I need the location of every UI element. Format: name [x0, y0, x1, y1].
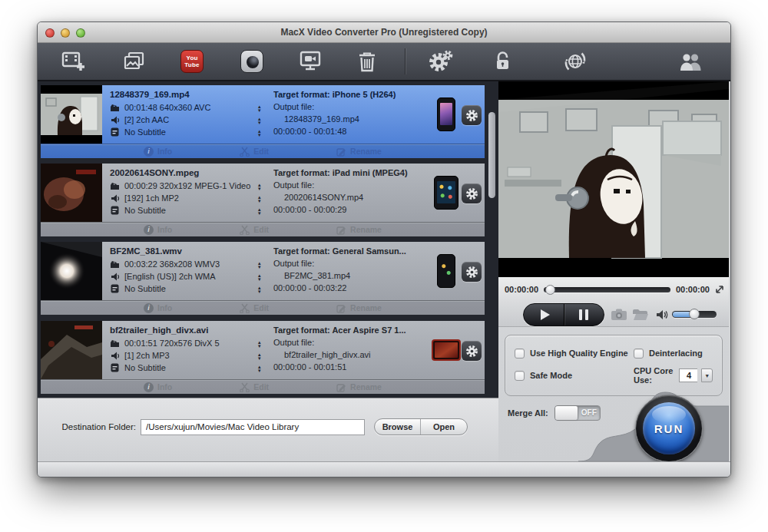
subtitle-info: No Subtitle — [124, 206, 166, 215]
edit-button[interactable]: Edit — [240, 382, 269, 392]
audio-stepper[interactable]: ▴▾ — [258, 195, 261, 203]
cpu-core-value[interactable]: 4 — [679, 368, 697, 382]
audio-stepper[interactable]: ▴▾ — [258, 117, 261, 124]
destination-folder-input[interactable] — [141, 419, 365, 435]
subtitle-stepper[interactable]: ▴▾ — [258, 286, 261, 293]
screen-recorder-button[interactable] — [293, 46, 328, 77]
file-name: BF2MC_381.wmv — [110, 246, 260, 256]
audio-track-icon — [110, 115, 120, 124]
scissors-icon — [240, 303, 250, 313]
rename-button[interactable]: Rename — [336, 225, 382, 235]
info-button[interactable]: iInfo — [144, 382, 172, 392]
window-title: MacX Video Converter Pro (Unregistered C… — [280, 27, 487, 38]
edit-button[interactable]: Edit — [240, 225, 269, 235]
deinterlacing-checkbox[interactable]: Deinterlacing — [634, 349, 713, 359]
minimize-button[interactable] — [61, 28, 70, 38]
duration-range: 00:00:00 - 00:03:22 — [273, 283, 431, 296]
file-name: 20020614SONY.mpeg — [110, 168, 260, 177]
file-name: bf2trailer_high_divx.avi — [110, 325, 260, 335]
rename-pencil-icon — [336, 382, 346, 392]
subtitle-icon — [110, 127, 120, 137]
audio-stepper[interactable]: ▴▾ — [258, 352, 261, 360]
video-stepper[interactable]: ▴▾ — [258, 183, 261, 190]
video-stepper[interactable]: ▴▾ — [258, 340, 261, 348]
run-button[interactable]: RUN — [635, 395, 703, 462]
safe-mode-checkbox[interactable]: Safe Mode — [515, 371, 634, 381]
mute-button[interactable] — [652, 306, 672, 323]
file-list-item-3[interactable]: BF2MC_381.wmv 00:03:22 368x208 WMV3 [Eng… — [41, 242, 485, 315]
play-pause-buttons — [523, 303, 604, 326]
help-community-button[interactable] — [674, 46, 709, 77]
info-icon: i — [144, 225, 154, 235]
audio-track-icon — [110, 193, 120, 203]
subtitle-info: No Subtitle — [124, 284, 166, 293]
volume-knob[interactable] — [689, 309, 700, 319]
snapshot-button[interactable] — [609, 306, 629, 323]
gear-icon — [465, 109, 478, 122]
info-button[interactable]: iInfo — [144, 225, 172, 235]
file-list-item-2[interactable]: 20020614SONY.mpeg 00:00:29 320x192 MPEG-… — [41, 164, 485, 236]
edit-button[interactable]: Edit — [240, 303, 269, 313]
destination-panel: Destination Folder: Browse Open — [38, 398, 498, 461]
open-output-folder-button[interactable] — [631, 306, 650, 323]
browse-button[interactable]: Browse — [375, 419, 421, 435]
info-button[interactable]: iInfo — [144, 303, 172, 313]
output-file-name: BF2MC_381.mp4 — [273, 271, 431, 283]
zoom-button[interactable] — [76, 28, 85, 38]
info-button[interactable]: iInfo — [144, 147, 172, 157]
trash-icon — [356, 51, 378, 72]
play-button[interactable] — [524, 304, 564, 325]
target-format: Target format: iPhone 5 (H264) — [273, 90, 431, 102]
delete-button[interactable] — [349, 46, 385, 77]
audio-info: [1] 2ch MP3 — [124, 351, 170, 360]
file-list-item-1[interactable]: 12848379_169.mp4 00:01:48 640x360 AVC [2… — [41, 85, 485, 158]
rename-button[interactable]: Rename — [336, 147, 382, 157]
right-panel: 00:00:00 00:00:00 — [498, 81, 729, 461]
checkbox-icon[interactable] — [515, 349, 525, 359]
add-photo-button[interactable] — [116, 46, 151, 77]
close-button[interactable] — [45, 28, 55, 38]
edit-button[interactable]: Edit — [240, 147, 269, 157]
fullscreen-icon[interactable] — [715, 285, 724, 294]
settings-button[interactable] — [422, 46, 458, 77]
cpu-core-control: CPU Core Use: 4 ▼ — [634, 366, 713, 385]
file-list-item-4[interactable]: bf2trailer_high_divx.avi 00:01:51 720x57… — [41, 321, 485, 394]
format-settings-button[interactable] — [462, 341, 482, 361]
seek-bar[interactable] — [544, 287, 670, 292]
add-video-icon — [61, 51, 86, 72]
total-time: 00:00:00 — [676, 285, 710, 294]
seek-knob[interactable] — [545, 285, 555, 295]
list-scrollbar[interactable] — [488, 112, 495, 198]
open-button[interactable]: Open — [421, 419, 467, 435]
rename-button[interactable]: Rename — [336, 303, 382, 313]
pause-button[interactable] — [564, 304, 604, 325]
register-button[interactable] — [485, 46, 521, 77]
high-quality-checkbox[interactable]: Use High Quality Engine — [515, 349, 634, 359]
cpu-core-dropdown-button[interactable]: ▼ — [701, 368, 713, 382]
destination-folder-label: Destination Folder: — [38, 422, 141, 431]
subtitle-stepper[interactable]: ▴▾ — [258, 365, 261, 372]
subtitle-stepper[interactable]: ▴▾ — [258, 207, 261, 215]
audio-track-icon — [110, 272, 120, 281]
video-thumbnail — [41, 321, 102, 379]
target-format: Target format: iPad mini (MPEG4) — [273, 168, 431, 180]
format-settings-button[interactable] — [462, 262, 482, 282]
video-stepper[interactable]: ▴▾ — [258, 104, 261, 112]
update-button[interactable] — [558, 46, 593, 77]
info-icon: i — [144, 303, 154, 313]
run-button-face: RUN — [643, 402, 695, 454]
format-settings-button[interactable] — [462, 105, 482, 125]
video-stepper[interactable]: ▴▾ — [258, 261, 261, 269]
checkbox-icon[interactable] — [634, 349, 644, 359]
duration-range: 00:00:00 - 00:01:48 — [273, 127, 431, 139]
format-settings-button[interactable] — [462, 183, 482, 203]
volume-slider[interactable] — [672, 311, 717, 318]
rename-button[interactable]: Rename — [336, 382, 382, 392]
youtube-download-button[interactable]: You Tube — [174, 46, 210, 77]
title-bar[interactable]: MacX Video Converter Pro (Unregistered C… — [38, 22, 730, 43]
record-button[interactable] — [234, 46, 270, 77]
subtitle-stepper[interactable]: ▴▾ — [258, 129, 261, 137]
audio-stepper[interactable]: ▴▾ — [258, 273, 261, 281]
add-video-button[interactable] — [56, 46, 91, 77]
checkbox-icon[interactable] — [515, 371, 525, 381]
